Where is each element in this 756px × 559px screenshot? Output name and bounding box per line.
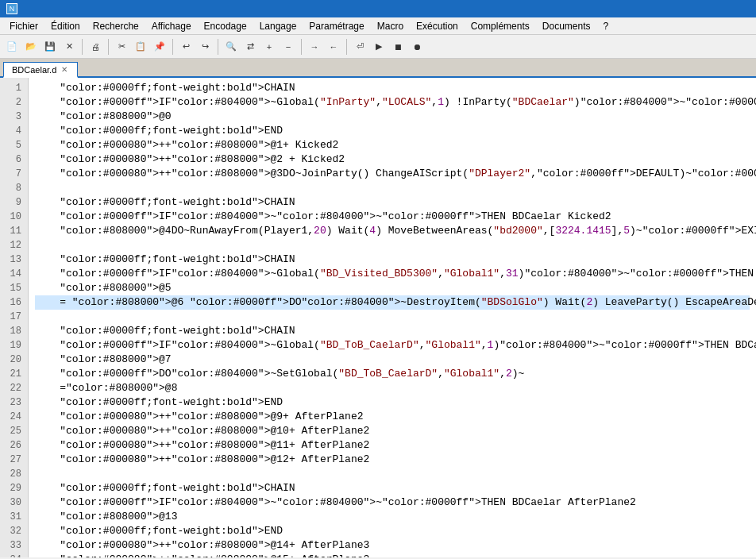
line-numbers: 1234567891011121314151617181920212223242… [0, 78, 29, 557]
line-number-5: 5 [6, 138, 21, 152]
code-line-34: "color:#000080">++"color:#808000">@15+ A… [35, 553, 750, 557]
toolbar-new[interactable]: 📄 [3, 38, 21, 56]
code-line-10: "color:#0000ff">IF"color:#804000">~"colo… [35, 210, 750, 224]
toolbar-print[interactable]: 🖨 [87, 38, 104, 56]
toolbar-outdent[interactable]: ← [325, 38, 342, 56]
line-number-20: 20 [6, 353, 21, 367]
code-line-8 [35, 181, 750, 195]
toolbar-sep-6 [346, 39, 347, 55]
toolbar-sep-5 [301, 39, 302, 55]
toolbar-stop[interactable]: ⏹ [389, 38, 407, 56]
code-area[interactable]: "color:#0000ff;font-weight:bold">CHAIN "… [29, 78, 756, 557]
line-number-18: 18 [6, 324, 21, 338]
code-line-30: "color:#0000ff">IF"color:#804000">~"colo… [35, 495, 750, 510]
code-line-9: "color:#0000ff;font-weight:bold">CHAIN [35, 195, 750, 210]
line-number-32: 32 [6, 524, 21, 538]
app-icon: N [6, 3, 17, 14]
code-line-5: "color:#000080">++"color:#808000">@1+ Ki… [35, 138, 750, 152]
toolbar-indent[interactable]: → [306, 38, 323, 56]
menu-item-recherche[interactable]: Recherche [87, 19, 145, 33]
line-number-27: 27 [6, 453, 21, 467]
line-number-28: 28 [6, 467, 21, 481]
line-number-33: 33 [6, 538, 21, 553]
toolbar-record[interactable]: ⏺ [408, 38, 426, 56]
menu-item-encodage[interactable]: Encodage [198, 19, 253, 33]
line-number-14: 14 [6, 267, 21, 281]
toolbar-save[interactable]: 💾 [41, 38, 59, 56]
toolbar-run[interactable]: ▶ [370, 38, 388, 56]
menu-item-?[interactable]: ? [597, 19, 615, 33]
toolbar-wrap[interactable]: ⏎ [351, 38, 368, 56]
code-line-20: "color:#808000">@7 [35, 353, 750, 367]
editor: 1234567891011121314151617181920212223242… [0, 78, 756, 557]
line-number-22: 22 [6, 381, 21, 395]
line-number-31: 31 [6, 510, 21, 524]
toolbar-paste[interactable]: 📌 [151, 38, 168, 56]
line-number-11: 11 [6, 224, 21, 238]
toolbar-sep-4 [218, 39, 218, 55]
tab-close-button[interactable]: ✕ [60, 65, 69, 74]
menu-item-édition[interactable]: Édition [44, 19, 87, 33]
line-number-13: 13 [6, 253, 21, 267]
code-line-25: "color:#000080">++"color:#808000">@10+ A… [35, 424, 750, 438]
code-line-26: "color:#000080">++"color:#808000">@11+ A… [35, 438, 750, 453]
toolbar-sep-1 [82, 39, 83, 55]
line-number-2: 2 [6, 95, 21, 110]
line-number-30: 30 [6, 495, 21, 510]
toolbar: 📄 📂 💾 ✕ 🖨 ✂ 📋 📌 ↩ ↪ 🔍 ⇄ + − → ← ⏎ ▶ ⏹ ⏺ [0, 35, 756, 59]
line-number-7: 7 [6, 167, 21, 181]
menu-item-exécution[interactable]: Exécution [410, 19, 465, 33]
line-number-23: 23 [6, 395, 21, 410]
code-line-14: "color:#0000ff">IF"color:#804000">~Globa… [35, 267, 750, 281]
toolbar-zoom-out[interactable]: − [280, 38, 297, 56]
menu-bar: FichierÉditionRechercheAffichageEncodage… [0, 17, 756, 35]
toolbar-close[interactable]: ✕ [60, 38, 78, 56]
code-line-31: "color:#808000">@13 [35, 510, 750, 524]
toolbar-undo[interactable]: ↩ [177, 38, 195, 56]
toolbar-zoom-in[interactable]: + [260, 38, 278, 56]
toolbar-replace[interactable]: ⇄ [241, 38, 259, 56]
menu-item-compléments[interactable]: Compléments [465, 19, 536, 33]
code-line-29: "color:#0000ff;font-weight:bold">CHAIN [35, 481, 750, 495]
menu-item-documents[interactable]: Documents [536, 19, 597, 33]
line-number-24: 24 [6, 410, 21, 424]
code-line-22: ="color:#808000">@8 [35, 381, 750, 395]
toolbar-find[interactable]: 🔍 [222, 38, 240, 56]
toolbar-open[interactable]: 📂 [22, 38, 40, 56]
menu-item-fichier[interactable]: Fichier [3, 19, 44, 33]
line-number-21: 21 [6, 367, 21, 381]
code-line-4: "color:#0000ff;font-weight:bold">END [35, 124, 750, 138]
code-line-33: "color:#000080">++"color:#808000">@14+ A… [35, 538, 750, 553]
line-number-34: 34 [6, 553, 21, 557]
tab-label: BDCaelar.d [12, 65, 56, 75]
line-number-4: 4 [6, 124, 21, 138]
line-number-6: 6 [6, 152, 21, 167]
line-number-12: 12 [6, 238, 21, 253]
code-line-11: "color:#808000">@4DO~RunAwayFrom(Player1… [35, 224, 750, 238]
toolbar-sep-2 [108, 39, 109, 55]
tab-bdcaelar[interactable]: BDCaelar.d ✕ [3, 62, 78, 78]
toolbar-copy[interactable]: 📋 [132, 38, 149, 56]
menu-item-langage[interactable]: Langage [253, 19, 303, 33]
line-number-15: 15 [6, 281, 21, 295]
line-number-26: 26 [6, 438, 21, 453]
code-line-18: "color:#0000ff;font-weight:bold">CHAIN [35, 324, 750, 338]
code-line-24: "color:#000080">++"color:#808000">@9+ Af… [35, 410, 750, 424]
tab-bar: BDCaelar.d ✕ [0, 59, 756, 78]
line-number-25: 25 [6, 424, 21, 438]
code-line-6: "color:#000080">++"color:#808000">@2 + K… [35, 152, 750, 167]
line-number-1: 1 [6, 81, 21, 95]
code-line-21: "color:#0000ff">DO"color:#804000">~SetGl… [35, 367, 750, 381]
menu-item-macro[interactable]: Macro [371, 19, 410, 33]
toolbar-cut[interactable]: ✂ [113, 38, 130, 56]
code-line-7: "color:#000080">++"color:#808000">@3DO~J… [35, 167, 750, 181]
code-line-12 [35, 238, 750, 253]
code-line-3: "color:#808000">@0 [35, 110, 750, 124]
line-number-16: 16 [6, 295, 21, 310]
toolbar-redo[interactable]: ↪ [196, 38, 214, 56]
line-number-8: 8 [6, 181, 21, 195]
code-line-2: "color:#0000ff">IF"color:#804000">~Globa… [35, 95, 750, 110]
menu-item-paramétrage[interactable]: Paramétrage [303, 19, 370, 33]
menu-item-affichage[interactable]: Affichage [145, 19, 198, 33]
code-line-27: "color:#000080">++"color:#808000">@12+ A… [35, 453, 750, 467]
